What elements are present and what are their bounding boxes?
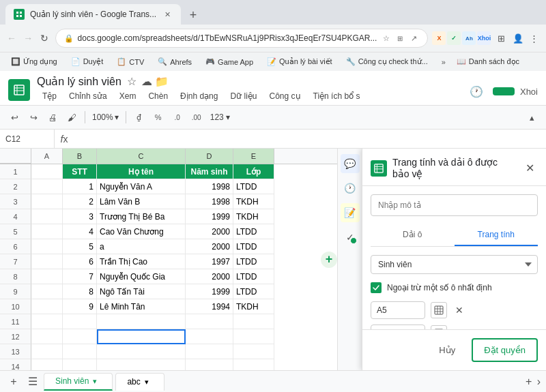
menu-congCu[interactable]: Công cụ <box>263 89 306 103</box>
row-9[interactable]: 9 <box>0 284 31 299</box>
cell-e11[interactable] <box>233 314 274 329</box>
print-btn[interactable]: 🖨 <box>44 108 61 126</box>
cell-b1[interactable]: STT <box>63 164 97 179</box>
cell-b12[interactable] <box>63 329 97 344</box>
folder-icon[interactable]: 📁 <box>156 76 168 88</box>
menu-duLieu[interactable]: Dữ liệu <box>225 89 262 103</box>
panel-close-btn[interactable]: ✕ <box>521 160 538 177</box>
cell-e1[interactable]: Lớp <box>233 164 274 179</box>
cell-d1[interactable]: Năm sinh <box>186 164 233 179</box>
xhoi-button[interactable]: Xhoi <box>520 87 538 97</box>
bookmark-quanly[interactable]: 📝 Quản lý bài viết <box>261 55 338 70</box>
row-4[interactable]: 4 <box>0 209 31 224</box>
bookmark-ahrefs[interactable]: 🔍 Ahrefs <box>152 55 197 70</box>
reload-btn[interactable]: ↻ <box>38 29 51 48</box>
row-7[interactable]: 7 <box>0 254 31 269</box>
ext-icon-1[interactable]: X <box>432 31 446 45</box>
bookmark-gameapp[interactable]: 🎮 Game App <box>200 55 259 70</box>
cell-b2[interactable]: 1 <box>63 179 97 194</box>
description-input[interactable] <box>371 194 538 216</box>
cell-c2[interactable]: Nguyễn Văn A <box>97 179 186 194</box>
bookmark-ctv[interactable]: 📋 CTV <box>111 55 149 70</box>
row-14[interactable]: 14 <box>0 359 31 370</box>
undo-btn[interactable]: ↩ <box>5 108 23 126</box>
cell-d12[interactable] <box>186 329 233 344</box>
history-icon[interactable]: 🕐 <box>465 80 487 102</box>
star-icon[interactable]: ☆ <box>126 76 138 88</box>
bookmark-icon[interactable]: ☆ <box>381 33 392 44</box>
row-12[interactable]: 12 <box>0 329 31 344</box>
add-col-btn[interactable]: + <box>321 252 337 268</box>
row-11[interactable]: 11 <box>0 314 31 329</box>
bookmark-apps[interactable]: 🔲 Ứng dụng <box>5 55 63 70</box>
zoom-dropdown[interactable]: 100% ▾ <box>89 112 121 122</box>
col-header-d[interactable]: D <box>186 149 233 164</box>
cell-c7[interactable]: Trần Thị Cao <box>97 254 186 269</box>
cell-c1[interactable]: Họ tên <box>97 164 186 179</box>
col-header-a[interactable]: A <box>31 149 63 164</box>
cell-b8[interactable]: 7 <box>63 269 97 284</box>
active-tab[interactable]: Quản lý sinh viên - Google Trans... ✕ <box>5 4 181 25</box>
add-sheet-btn[interactable]: + <box>5 374 22 390</box>
tab-dai-o[interactable]: Dải ô <box>371 224 455 246</box>
cell-e8[interactable]: LTDD <box>233 269 274 284</box>
cell-c5[interactable]: Cao Văn Chương <box>97 224 186 239</box>
inc-btn[interactable]: .00 <box>188 108 205 126</box>
col-header-c[interactable]: C <box>97 149 186 164</box>
share-button[interactable] <box>493 87 515 95</box>
row-13[interactable]: 13 <box>0 344 31 359</box>
cell-d5[interactable]: 2000 <box>186 224 233 239</box>
cell-b6[interactable]: 5 <box>63 239 97 254</box>
percent-btn[interactable]: % <box>149 108 167 126</box>
paintformat-btn[interactable]: 🖌 <box>63 108 81 126</box>
row-8[interactable]: 8 <box>0 269 31 284</box>
cell-b7[interactable]: 6 <box>63 254 97 269</box>
cancel-btn[interactable]: Hủy <box>428 338 466 362</box>
cell-b10[interactable]: 9 <box>63 299 97 314</box>
cell-d4[interactable]: 1999 <box>186 209 233 224</box>
cell-d10[interactable]: 1994 <box>186 299 233 314</box>
format-dropdown[interactable]: 123 ▾ <box>207 110 233 124</box>
cell-e9[interactable]: LTDD <box>233 284 274 299</box>
cell-e2[interactable]: LTDD <box>233 179 274 194</box>
cell-b5[interactable]: 4 <box>63 224 97 239</box>
pip-icon[interactable]: ⊞ <box>394 33 405 44</box>
more-btn[interactable]: ⋮ <box>528 29 541 48</box>
ext-icon-ahrefs[interactable]: Ah <box>462 31 476 45</box>
range-input-2[interactable] <box>371 325 425 329</box>
row-6[interactable]: 6 <box>0 239 31 254</box>
bookmark-danhsach[interactable]: 📖 Danh sách đọc <box>451 55 525 70</box>
bookmark-congcu[interactable]: 🔧 Công cụ check thứ... <box>341 55 433 70</box>
cell-c3[interactable]: Lâm Văn B <box>97 194 186 209</box>
cell-e10[interactable]: TKDH <box>233 299 274 314</box>
cell-e6[interactable]: LTDD <box>233 239 274 254</box>
history-panel-icon[interactable]: 🕐 <box>341 179 360 198</box>
cell-e3[interactable]: TKDH <box>233 194 274 209</box>
range-input-1[interactable] <box>371 301 425 319</box>
formula-input[interactable] <box>74 130 546 148</box>
notes-icon[interactable]: 📝 <box>341 203 360 222</box>
sheets-list-btn[interactable]: ☰ <box>25 374 41 390</box>
sheet-select[interactable]: Sinh viên <box>371 255 538 274</box>
cell-c8[interactable]: Nguyễn Quốc Gia <box>97 269 186 284</box>
cell-b3[interactable]: 2 <box>63 194 97 209</box>
new-tab-btn[interactable]: + <box>184 5 203 25</box>
menu-tienIch[interactable]: Tiện ích bổ s <box>308 89 366 103</box>
cell-c9[interactable]: Ngô Tấn Tài <box>97 284 186 299</box>
cell-c11[interactable] <box>97 314 186 329</box>
add-col-right-btn[interactable]: + <box>521 374 537 390</box>
toolbar-more[interactable]: ▴ <box>523 108 541 126</box>
col-header-b[interactable]: B <box>63 149 97 164</box>
cell-c12[interactable] <box>97 329 186 344</box>
range-remove-1[interactable]: ✕ <box>452 303 466 317</box>
menu-xem[interactable]: Xem <box>114 89 142 103</box>
tab-trang-tinh[interactable]: Trang tính <box>455 224 538 246</box>
extensions-btn[interactable]: ⊞ <box>495 29 507 48</box>
cell-d2[interactable]: 1998 <box>186 179 233 194</box>
cell-a1[interactable] <box>31 164 63 179</box>
col-header-e[interactable]: E <box>233 149 274 164</box>
cell-a2[interactable] <box>31 179 63 194</box>
ext-icon-sheets[interactable]: ✓ <box>447 31 461 45</box>
cell-b11[interactable] <box>63 314 97 329</box>
cell-c6[interactable]: a <box>97 239 186 254</box>
